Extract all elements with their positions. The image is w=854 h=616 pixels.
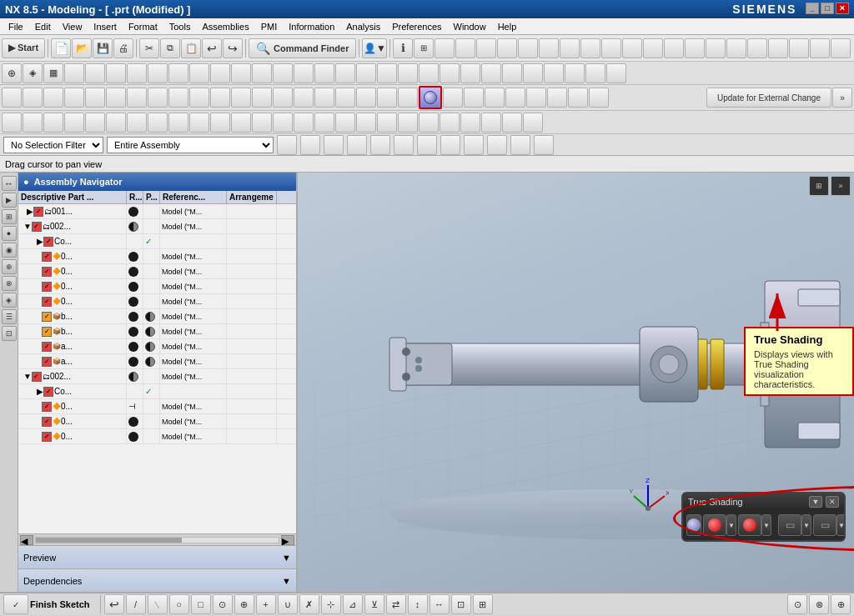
side-icon-6[interactable]: ⊕ <box>2 259 17 274</box>
tb4-btn25[interactable] <box>502 113 522 133</box>
scroll-track[interactable] <box>35 537 279 543</box>
paste-btn[interactable]: 📋 <box>181 38 201 58</box>
tb3-btn27[interactable] <box>547 88 567 108</box>
menu-preferences[interactable]: Preferences <box>387 20 446 33</box>
start-btn[interactable]: ▶ Start <box>2 38 45 58</box>
tb3-btn14[interactable] <box>273 88 293 108</box>
tb-btn-13[interactable] <box>580 38 600 58</box>
tb4-btn6[interactable] <box>106 113 126 133</box>
tb3-btn6[interactable] <box>106 88 126 108</box>
tb4-btn14[interactable] <box>273 113 293 133</box>
tb2-btn28[interactable] <box>565 63 585 83</box>
nav-row-ba[interactable]: ✓ 📦b... Model ("M... <box>18 309 296 324</box>
tb2-btn6[interactable] <box>106 63 126 83</box>
tb2-btn10[interactable] <box>189 63 209 83</box>
dependencies-section[interactable]: Dependencies ▼ <box>18 568 296 592</box>
true-shading-btn[interactable] <box>419 86 442 109</box>
tb3-btn1[interactable] <box>2 88 22 108</box>
side-icon-3[interactable]: ⊞ <box>2 209 17 224</box>
tb4-btn16[interactable] <box>314 113 334 133</box>
tb3-btn9[interactable] <box>168 88 188 108</box>
tb2-btn21[interactable] <box>419 63 439 83</box>
tb4-btn4[interactable] <box>64 113 84 133</box>
menu-insert[interactable]: Insert <box>88 20 122 33</box>
tb4-btn11[interactable] <box>210 113 230 133</box>
tb4-btn7[interactable] <box>127 113 147 133</box>
tb4-btn15[interactable] <box>294 113 314 133</box>
minimize-btn[interactable]: _ <box>806 3 819 14</box>
redo-btn[interactable]: ↪ <box>223 38 243 58</box>
tb3-btn23[interactable] <box>464 88 484 108</box>
tb3-btn25[interactable] <box>505 88 525 108</box>
tb4-btn5[interactable] <box>85 113 105 133</box>
tb-btn-20[interactable] <box>726 38 746 58</box>
tb4-btn17[interactable] <box>335 113 355 133</box>
tb-btn-25[interactable] <box>831 38 851 58</box>
side-icon-10[interactable]: ⊡ <box>2 326 17 341</box>
nav-table[interactable]: Descriptive Part ... R... P... Referenc.… <box>18 191 296 533</box>
menu-view[interactable]: View <box>58 20 88 33</box>
finish-sketch-icon[interactable]: ✓ <box>3 594 28 614</box>
tb3-more[interactable]: » <box>832 88 852 108</box>
ts-tool-grid-dropdown[interactable]: ▼ <box>801 514 811 536</box>
close-btn[interactable]: ✕ <box>836 3 849 14</box>
tb-btn-21[interactable] <box>747 38 767 58</box>
tb3-btn4[interactable] <box>64 88 84 108</box>
tb-btn-24[interactable] <box>810 38 830 58</box>
tb4-btn23[interactable] <box>460 113 480 133</box>
side-icon-2[interactable]: ▶ <box>2 193 17 208</box>
tb2-btn25[interactable] <box>502 63 522 83</box>
tb4-btn10[interactable] <box>189 113 209 133</box>
horizontal-scrollbar[interactable]: ◀ ▶ <box>18 533 296 545</box>
update-external-btn[interactable]: Update for External Change <box>706 88 831 108</box>
undo-btn[interactable]: ↩ <box>202 38 222 58</box>
print-btn[interactable]: 🖨 <box>113 38 133 58</box>
tb-btn-22[interactable] <box>768 38 788 58</box>
sel-btn8[interactable] <box>440 135 460 155</box>
tb3-btn5[interactable] <box>85 88 105 108</box>
tb-btn-7[interactable] <box>455 38 475 58</box>
ts-tool-red2-dropdown[interactable]: ▼ <box>761 514 771 536</box>
scroll-thumb[interactable] <box>36 538 182 543</box>
tb-btn-8[interactable] <box>476 38 496 58</box>
tb4-btn1[interactable] <box>2 113 22 133</box>
ts-tool-red-sphere[interactable] <box>703 514 726 536</box>
tb-btn-23[interactable] <box>789 38 809 58</box>
ts-tool-red2[interactable] <box>738 514 761 536</box>
sel-btn4[interactable] <box>347 135 367 155</box>
tb4-btn8[interactable] <box>148 113 168 133</box>
bot-end-btn1[interactable]: ⊙ <box>787 594 807 614</box>
nav-row-0c[interactable]: ✓ 🔶0... Model ("M... <box>18 279 296 294</box>
nav-row-0d[interactable]: ✓ 🔶0... Model ("M... <box>18 294 296 309</box>
tb2-btn5[interactable] <box>85 63 105 83</box>
new-btn[interactable]: 📄 <box>51 38 71 58</box>
tb-btn-18[interactable] <box>685 38 705 58</box>
tb3-btn2[interactable] <box>23 88 43 108</box>
tb3-btn10[interactable] <box>189 88 209 108</box>
side-icon-9[interactable]: ☰ <box>2 309 17 324</box>
selection-filter-dropdown[interactable]: No Selection Filter Features Bodies Face… <box>3 137 103 153</box>
tb3-btn24[interactable] <box>485 88 505 108</box>
nav-row-co2[interactable]: ▶ ✓ Co... ✓ <box>18 384 296 399</box>
scroll-left-btn[interactable]: ◀ <box>20 535 33 545</box>
nav-row-0b[interactable]: ✓ 🔶0... Model ("M... <box>18 264 296 279</box>
tb2-btn4[interactable] <box>64 63 84 83</box>
bot-end-btn2[interactable]: ⊗ <box>809 594 829 614</box>
tb-btn-12[interactable] <box>560 38 580 58</box>
ts-tool-red-dropdown[interactable]: ▼ <box>726 514 736 536</box>
tb2-btn17[interactable] <box>335 63 355 83</box>
tb2-btn29[interactable] <box>585 63 605 83</box>
bot-btn9[interactable]: ∪ <box>278 594 298 614</box>
tb2-btn2[interactable]: ◈ <box>23 63 43 83</box>
tb2-btn8[interactable] <box>148 63 168 83</box>
tb-btn-9[interactable] <box>497 38 517 58</box>
preview-section[interactable]: Preview ▼ <box>18 545 296 568</box>
bot-btn14[interactable]: ⇄ <box>386 594 406 614</box>
user-btn[interactable]: 👤▼ <box>362 38 387 58</box>
tb4-btn3[interactable] <box>43 113 63 133</box>
nav-row-ab[interactable]: ✓ 📦a... Model ("M... <box>18 354 296 369</box>
tb2-btn7[interactable] <box>127 63 147 83</box>
nav-row-002a[interactable]: ▼ ✓ 🗂 002... Model ("M... <box>18 219 296 234</box>
tb2-btn27[interactable] <box>544 63 564 83</box>
menu-format[interactable]: Format <box>123 20 163 33</box>
